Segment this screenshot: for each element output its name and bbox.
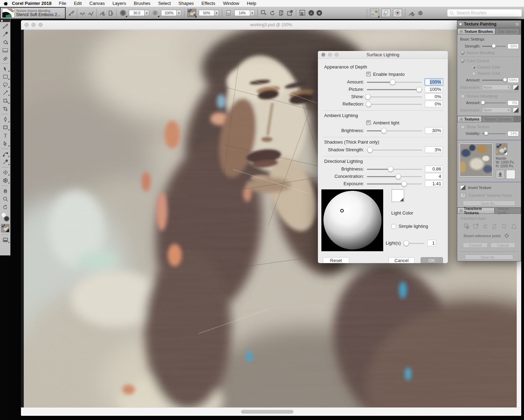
ambient-light-checkbox[interactable] [366,120,371,125]
visibility-slider[interactable] [482,131,506,136]
smudge-amount-value[interactable]: 0% [508,100,519,106]
menu-effects[interactable]: Effects [198,1,219,6]
primary-color-swatch[interactable] [4,216,9,222]
texture-small-thumbnail[interactable] [496,143,508,155]
grain-combo[interactable]: 50% ▾ [199,10,219,16]
strength-slider[interactable] [482,44,506,48]
exposure-slider[interactable] [367,181,422,187]
strength-value[interactable]: 50% [508,44,519,49]
concentration-value[interactable]: 4 [425,173,443,180]
brush-settings-icon[interactable] [408,10,415,16]
rect-select-tool[interactable] [0,73,10,81]
capture-texture-button[interactable] [506,170,515,179]
shadow-strength-slider[interactable] [367,147,422,153]
texture-color-radio[interactable] [472,72,476,75]
horizontal-scrollbar[interactable] [21,407,521,416]
brush-selector[interactable]: Texture Source Blending Stencil Soft Emb… [0,7,66,19]
color-amount-slider[interactable] [482,78,506,82]
chevron-down-icon[interactable]: ▾ [176,10,181,16]
shine-value[interactable]: 0% [425,93,443,100]
cancel-x-icon[interactable]: ✕ [316,10,322,16]
text-tool[interactable]: T [0,131,10,139]
smudge-swirl-button[interactable] [393,9,402,17]
opacity-value[interactable]: 100% [161,10,176,16]
grain-value[interactable]: 50% [199,10,214,16]
shape-select-tool[interactable] [0,139,10,147]
dropper-tool[interactable] [0,30,10,38]
menu-layers[interactable]: Layers [109,1,130,6]
transform-cancel-button[interactable]: Cancel [490,242,515,248]
close-tab-icon[interactable]: ✕ [460,209,463,212]
mirror-painting-tool[interactable] [0,168,10,176]
picture-slider[interactable] [367,87,422,92]
tab-texture-brushes[interactable]: ✕ Texture Brushes [457,28,495,34]
kaleidoscope-tool[interactable] [0,176,10,184]
show-texture-checkbox[interactable] [461,125,465,129]
transform-distort-icon[interactable] [501,223,508,230]
transform-textures-panel-row[interactable]: Transform Textures Panel [457,191,521,199]
menu-help[interactable]: Help [243,1,260,6]
source-blending-checkbox[interactable] [461,51,465,55]
color-swatches[interactable] [0,211,10,223]
light-position-marker[interactable] [340,209,344,212]
panel-toggle-button[interactable] [0,236,10,244]
reset-button[interactable]: Reset [323,257,349,263]
transform-scale-icon[interactable] [473,223,479,230]
layer-adjuster-tool[interactable] [0,65,10,73]
ambient-brightness-slider[interactable] [367,128,422,133]
gear-icon[interactable] [417,10,424,16]
texture-smudging-checkbox[interactable] [461,94,465,98]
expression-select[interactable]: None⇅ [482,85,511,90]
light-color-swatch[interactable] [392,189,404,202]
search-input[interactable] [456,10,515,16]
menu-shapes[interactable]: Shapes [175,1,198,6]
brush-tool[interactable] [0,22,10,30]
clone-brush-icon[interactable] [99,10,105,16]
expression-invert-button[interactable] [513,85,519,90]
brush-ghost-icon[interactable] [68,10,74,16]
color-amount-value[interactable]: 100% [508,78,519,83]
brush-size-value[interactable]: 30.0 [129,10,144,16]
brush-search-field[interactable] [447,9,522,17]
texture-save-as-button[interactable]: Save As... [463,201,515,206]
tab-dab-stencil[interactable]: Dab Stencil [495,28,519,34]
smudge-amount-slider[interactable] [482,101,506,105]
color-control-checkbox[interactable] [461,59,465,63]
panel-collapse-dot[interactable] [459,23,461,25]
chevron-down-icon[interactable]: ▾ [214,10,219,16]
opacity-combo[interactable]: 100% ▾ [161,10,181,16]
anchor-point-tool[interactable] [0,158,10,166]
ambient-brightness-value[interactable]: 30% [425,127,443,134]
visibility-value[interactable]: 14% [508,131,519,136]
pour-liquid-button[interactable] [381,9,391,17]
close-tab-icon[interactable]: ✕ [460,30,463,33]
paper-swatch[interactable] [0,223,10,233]
transform-move-icon[interactable] [261,10,267,16]
freehand-stroke-icon[interactable] [80,10,86,16]
brush-size-icon[interactable] [119,9,126,16]
magic-wand-tool[interactable] [0,89,10,97]
menu-select[interactable]: Select [154,1,175,6]
exposure-value[interactable]: 1.41 [425,180,443,187]
lights-value[interactable]: 1 [427,240,436,246]
amount-slider[interactable] [367,79,422,85]
panel-header[interactable]: Texture Painting [457,21,521,28]
opacity-icon[interactable] [152,9,159,16]
stencil-toggle-icon[interactable] [108,10,114,16]
light-preview-sphere[interactable] [321,189,383,251]
panel-options-gear-icon[interactable] [515,22,519,27]
magnifier-tool[interactable] [0,195,10,203]
transform-rotate-icon[interactable] [482,223,489,230]
rotate-icon[interactable] [269,10,276,16]
picture-value[interactable]: 100% [425,86,443,93]
stencil-opacity-value[interactable]: 14% [234,10,250,16]
stencil-opacity-icon[interactable] [225,9,232,16]
smudge-expression-select[interactable]: None⇅ [482,107,511,113]
apple-menu-icon[interactable] [0,1,12,6]
toolbox-drag-handle[interactable] [0,19,10,22]
rotate-page-tool[interactable] [0,203,10,211]
texture-settings-button[interactable] [370,9,379,17]
rect-shape-tool[interactable] [0,123,10,131]
stencil-grid-icon[interactable] [299,9,306,16]
tab-texture-synthesis[interactable]: Texture Synth... [495,208,521,213]
